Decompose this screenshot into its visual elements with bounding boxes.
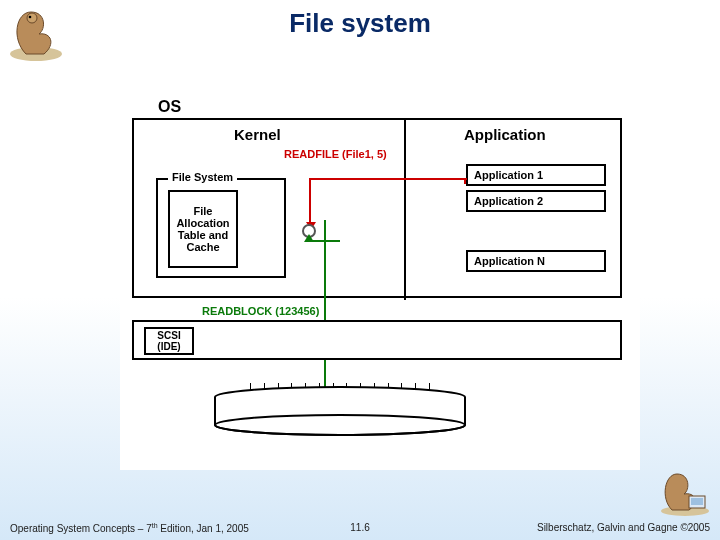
- kernel-app-divider: [404, 120, 406, 300]
- slide-title: File system: [0, 0, 720, 39]
- book-mascot-logo-bottom-right: [657, 468, 712, 518]
- book-mascot-logo-top-left: [6, 4, 66, 64]
- readblock-arrow-head: [304, 234, 314, 242]
- footer-left: Operating System Concepts – 7th Edition,…: [10, 522, 249, 534]
- readblock-arrow-vertical: [324, 220, 326, 398]
- scsi-ide-label-box: SCSI (IDE): [144, 327, 194, 355]
- application-box-1: Application 1: [466, 164, 606, 186]
- readblock-call-label: READBLOCK (123456): [202, 305, 319, 317]
- application-box-2: Application 2: [466, 190, 606, 212]
- os-container-box: Kernel Application READFILE (File1, 5) A…: [132, 118, 622, 298]
- file-system-diagram: OS Kernel Application READFILE (File1, 5…: [120, 100, 640, 470]
- slide-footer: Operating System Concepts – 7th Edition,…: [0, 522, 720, 534]
- scsi-layer-box: SCSI (IDE): [132, 320, 622, 360]
- readfile-call-label: READFILE (File1, 5): [284, 148, 387, 160]
- readfile-arrow-horizontal: [309, 178, 467, 180]
- readfile-arrow-source: [464, 178, 466, 184]
- disk-drive-icon: [210, 385, 470, 440]
- os-label: OS: [158, 98, 181, 116]
- readfile-arrow-vertical: [309, 178, 311, 228]
- svg-rect-5: [691, 498, 703, 505]
- application-box-n: Application N: [466, 250, 606, 272]
- footer-right: Silberschatz, Galvin and Gagne ©2005: [537, 522, 710, 534]
- file-system-box-title: File System: [168, 171, 237, 183]
- application-label: Application: [464, 126, 546, 143]
- svg-point-1: [27, 13, 37, 23]
- file-system-box: File System File Allocation Table and Ca…: [156, 178, 286, 278]
- svg-point-2: [29, 16, 32, 19]
- file-allocation-table-box: File Allocation Table and Cache: [168, 190, 238, 268]
- slide-number: 11.6: [350, 522, 369, 533]
- kernel-label: Kernel: [234, 126, 281, 143]
